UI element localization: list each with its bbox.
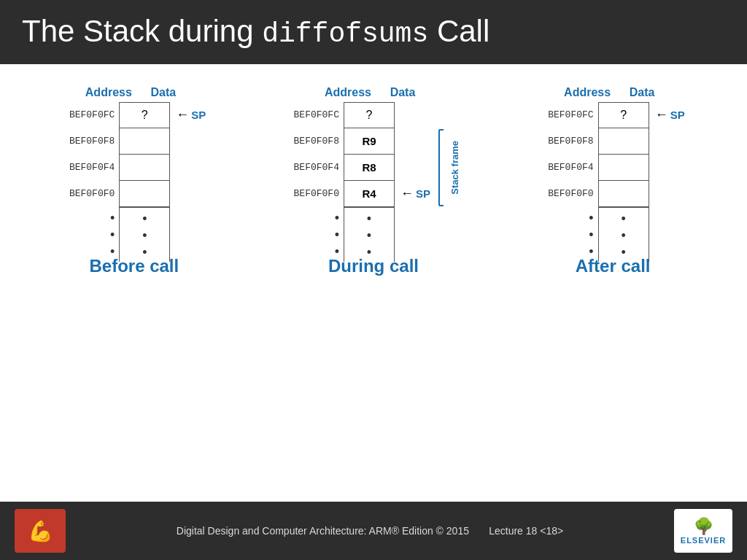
during-wrapper: BEF0F0FC ? BEF0F0F8 R9 BEF0F0F4 R8 bbox=[287, 102, 460, 247]
dots-area: • • • • • • bbox=[541, 207, 685, 247]
addr-label: BEF0F0F4 bbox=[541, 162, 598, 173]
table-row: BEF0F0F8 bbox=[62, 128, 206, 155]
before-call-diagram: Address Data BEF0F0FC ? ←SP BEF0F0F8 BEF… bbox=[62, 86, 206, 276]
before-data-header: Data bbox=[138, 86, 189, 99]
table-row: BEF0F0FC ? bbox=[287, 102, 430, 128]
header: The Stack during diffofsums Call bbox=[0, 0, 747, 64]
data-cell: R4 bbox=[344, 181, 395, 207]
addr-label: BEF0F0F4 bbox=[287, 162, 344, 173]
table-row: BEF0F0F4 bbox=[62, 155, 206, 181]
table-row: BEF0F0F4 bbox=[541, 155, 685, 181]
data-cell bbox=[598, 181, 649, 207]
addr-label: BEF0F0F0 bbox=[287, 188, 344, 199]
data-cell bbox=[598, 155, 649, 181]
stack-frame-label: Stack frame bbox=[449, 141, 460, 195]
addr-label: BEF0F0F8 bbox=[287, 136, 344, 147]
data-cell: ? bbox=[598, 102, 649, 128]
before-stack-table: BEF0F0FC ? ←SP BEF0F0F8 BEF0F0F4 BEF0F0F… bbox=[62, 102, 206, 247]
addr-label: BEF0F0FC bbox=[541, 109, 598, 120]
during-col-headers: Address Data bbox=[319, 86, 428, 99]
addr-label: BEF0F0F4 bbox=[62, 162, 119, 173]
sp-indicator: ←SP bbox=[400, 186, 430, 201]
data-cell: R9 bbox=[344, 128, 395, 155]
during-data-header: Data bbox=[377, 86, 428, 99]
diagrams-row: Address Data BEF0F0FC ? ←SP BEF0F0F8 BEF… bbox=[22, 86, 725, 276]
header-title-code: diffofsums bbox=[262, 18, 428, 50]
during-stack-table: BEF0F0FC ? BEF0F0F8 R9 BEF0F0F4 R8 bbox=[287, 102, 430, 247]
footer: 💪 Digital Design and Computer Architectu… bbox=[0, 502, 747, 560]
footer-logo-left: 💪 bbox=[15, 509, 66, 553]
addr-label: BEF0F0FC bbox=[287, 109, 344, 120]
footer-citation: Digital Design and Computer Architecture… bbox=[177, 525, 469, 537]
main-content: Address Data BEF0F0FC ? ←SP BEF0F0F8 BEF… bbox=[0, 64, 747, 284]
table-row: BEF0F0F8 bbox=[541, 128, 685, 155]
header-title-suffix: Call bbox=[428, 14, 489, 48]
data-cell bbox=[119, 128, 170, 155]
footer-lecture: Lecture 18 <18> bbox=[489, 525, 563, 537]
sp-indicator: ←SP bbox=[176, 107, 206, 122]
table-row: BEF0F0F4 R8 bbox=[287, 155, 430, 181]
header-title-prefix: The Stack during bbox=[22, 14, 262, 48]
addr-label: BEF0F0F8 bbox=[62, 136, 119, 147]
during-addr-header: Address bbox=[319, 86, 377, 99]
after-addr-header: Address bbox=[558, 86, 616, 99]
dots-area: • • • • • • bbox=[287, 207, 430, 247]
addr-label: BEF0F0F8 bbox=[541, 136, 598, 147]
data-cell: ? bbox=[119, 102, 170, 128]
after-data-header: Data bbox=[616, 86, 667, 99]
table-row: BEF0F0F0 bbox=[541, 181, 685, 207]
data-cell bbox=[119, 181, 170, 207]
data-cell bbox=[119, 155, 170, 181]
table-row: BEF0F0F0 R4 ←SP bbox=[287, 181, 430, 207]
table-row: BEF0F0F8 R9 bbox=[287, 128, 430, 155]
data-cell: R8 bbox=[344, 155, 395, 181]
addr-label: BEF0F0F0 bbox=[62, 188, 119, 199]
after-col-headers: Address Data bbox=[558, 86, 667, 99]
after-call-diagram: Address Data BEF0F0FC ? ←SP BEF0F0F8 BEF… bbox=[541, 86, 685, 276]
brace-svg bbox=[433, 128, 449, 207]
addr-label: BEF0F0FC bbox=[62, 109, 119, 120]
after-stack-table: BEF0F0FC ? ←SP BEF0F0F8 BEF0F0F4 BEF0F0F… bbox=[541, 102, 685, 247]
elsevier-label: ELSEVIER bbox=[681, 536, 726, 545]
data-cell bbox=[598, 128, 649, 155]
during-call-diagram: Address Data BEF0F0FC ? BEF0F0F8 R9 bbox=[287, 86, 460, 276]
before-addr-header: Address bbox=[80, 86, 138, 99]
table-row: BEF0F0F0 bbox=[62, 181, 206, 207]
elsevier-tree-icon: 🌳 bbox=[694, 517, 713, 536]
table-row: BEF0F0FC ? ←SP bbox=[541, 102, 685, 128]
arm-icon: 💪 bbox=[28, 519, 53, 543]
stack-frame-brace: Stack frame bbox=[433, 128, 460, 207]
table-row: BEF0F0FC ? ←SP bbox=[62, 102, 206, 128]
sp-indicator: ←SP bbox=[655, 107, 685, 122]
addr-label: BEF0F0F0 bbox=[541, 188, 598, 199]
footer-logo-right: 🌳 ELSEVIER bbox=[674, 509, 732, 553]
footer-text: Digital Design and Computer Architecture… bbox=[80, 525, 659, 537]
before-col-headers: Address Data bbox=[80, 86, 189, 99]
data-cell: ? bbox=[344, 102, 395, 128]
dots-area: • • • • • • bbox=[62, 207, 206, 247]
